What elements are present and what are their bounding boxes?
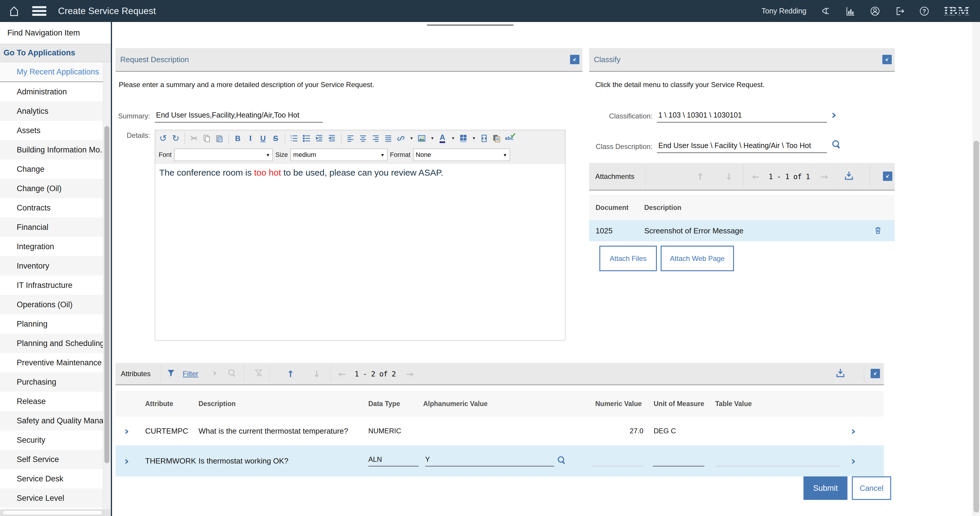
- undo-icon[interactable]: ↺: [159, 133, 167, 144]
- numeric-value-input[interactable]: [592, 455, 644, 467]
- download-icon[interactable]: [843, 170, 855, 183]
- announcements-icon[interactable]: [821, 6, 831, 16]
- move-row-down-icon[interactable]: ↓: [313, 368, 320, 379]
- minimize-attributes-icon[interactable]: [870, 369, 880, 378]
- next-page-icon[interactable]: →: [821, 171, 828, 181]
- underline-icon[interactable]: U: [259, 133, 267, 144]
- align-center-icon[interactable]: [359, 133, 368, 144]
- row-detail-menu-icon[interactable]: ›: [840, 426, 884, 437]
- filter-link[interactable]: Filter: [183, 370, 198, 378]
- sidebar-item-change[interactable]: Change: [0, 159, 103, 179]
- unit-of-measure-input[interactable]: [653, 455, 704, 467]
- attachment-row[interactable]: 1025Screenshot of Error Message: [589, 220, 895, 241]
- spell-check-icon[interactable]: abc: [505, 133, 514, 144]
- attach-files-button[interactable]: Attach Files: [600, 246, 657, 271]
- download-icon[interactable]: [835, 367, 846, 380]
- alphanumeric-search-icon[interactable]: [557, 455, 566, 467]
- format-select[interactable]: None ▼: [413, 149, 510, 161]
- sidebar-item-administration[interactable]: Administration: [0, 82, 103, 102]
- filter-icon[interactable]: [166, 368, 176, 379]
- sidebar-item-building-information-mo[interactable]: Building Information Mo...: [0, 140, 103, 159]
- minimize-classify-icon[interactable]: [882, 55, 892, 64]
- class-description-search-icon[interactable]: [831, 139, 842, 151]
- cancel-button[interactable]: Cancel: [852, 476, 891, 500]
- move-row-up-icon[interactable]: ↑: [287, 368, 294, 379]
- user-name[interactable]: Tony Redding: [762, 7, 807, 15]
- sidebar-item-planning-and-scheduling[interactable]: Planning and Scheduling: [0, 333, 103, 353]
- sidebar-item-integration[interactable]: Integration: [0, 237, 103, 256]
- bullet-list-icon[interactable]: [302, 133, 311, 144]
- sidebar-horizontal-thumb[interactable]: [2, 510, 103, 515]
- attachment-description[interactable]: Screenshot of Error Message: [644, 226, 861, 235]
- move-row-down-icon[interactable]: ↓: [725, 171, 732, 181]
- table-value-input[interactable]: [715, 455, 840, 467]
- sign-out-icon[interactable]: [894, 6, 905, 16]
- align-right-icon[interactable]: [371, 133, 380, 144]
- sidebar-item-security[interactable]: Security: [0, 430, 103, 450]
- previous-page-icon[interactable]: ←: [338, 368, 346, 379]
- class-description-input[interactable]: End User Issue \ Facility \ Heating/Air …: [658, 141, 811, 150]
- sidebar-item-contracts[interactable]: Contracts: [0, 198, 103, 218]
- link-icon[interactable]: [396, 133, 405, 144]
- sidebar-scrollbar[interactable]: [103, 62, 111, 509]
- justify-icon[interactable]: [384, 133, 393, 144]
- text-color-dropdown-icon[interactable]: ▼: [451, 136, 455, 140]
- background-color-icon[interactable]: [459, 133, 468, 144]
- details-editor-content[interactable]: The conference room is too hot to be use…: [155, 164, 565, 340]
- sidebar-item-my-recent-applications[interactable]: My Recent Applications: [0, 62, 103, 82]
- background-color-dropdown-icon[interactable]: ▼: [472, 136, 476, 140]
- next-page-icon[interactable]: →: [406, 368, 414, 379]
- help-icon[interactable]: ?: [919, 6, 929, 16]
- copy-icon[interactable]: [202, 133, 211, 144]
- paste-icon[interactable]: [215, 133, 224, 144]
- redo-icon[interactable]: ↻: [171, 133, 180, 144]
- sidebar-item-assets[interactable]: Assets: [0, 121, 103, 140]
- move-row-up-icon[interactable]: ↑: [697, 171, 704, 181]
- sidebar-item-change-oil[interactable]: Change (Oil): [0, 179, 103, 198]
- profile-icon[interactable]: [870, 6, 880, 16]
- cut-icon[interactable]: ✂: [190, 133, 199, 144]
- previous-page-icon[interactable]: ←: [752, 171, 759, 181]
- menu-icon[interactable]: [32, 5, 46, 17]
- source-icon[interactable]: [480, 133, 488, 144]
- clear-filter-icon[interactable]: [253, 368, 263, 379]
- attribute-row-curtempc[interactable]: ›CURTEMPCWhat is the current thermostat …: [116, 417, 884, 445]
- sidebar-item-it-infrastructure[interactable]: IT Infrastructure: [0, 276, 103, 295]
- link-dropdown-icon[interactable]: ▼: [410, 136, 414, 140]
- reports-icon[interactable]: [845, 6, 856, 16]
- sidebar-item-preventive-maintenance[interactable]: Preventive Maintenance: [0, 353, 103, 372]
- font-select[interactable]: ▼: [174, 149, 273, 161]
- expand-filter-icon[interactable]: ›: [213, 368, 217, 378]
- page-scrollbar[interactable]: [973, 22, 980, 516]
- numbered-list-icon[interactable]: [290, 133, 299, 144]
- align-left-icon[interactable]: [346, 133, 355, 144]
- italic-icon[interactable]: I: [246, 133, 255, 144]
- attribute-row-thermwork[interactable]: ›THERMWORKIs thermostat working OK?ALNY›: [116, 445, 884, 476]
- minimize-request-description-icon[interactable]: [570, 55, 579, 64]
- image-dropdown-icon[interactable]: ▼: [431, 136, 434, 140]
- sidebar-item-purchasing[interactable]: Purchasing: [0, 372, 103, 392]
- expand-row-icon[interactable]: ›: [116, 426, 145, 437]
- outdent-icon[interactable]: [328, 133, 336, 144]
- data-type-input[interactable]: ALN: [368, 455, 419, 467]
- sidebar-item-release[interactable]: Release: [0, 392, 103, 411]
- home-icon[interactable]: [8, 5, 21, 17]
- image-icon[interactable]: [417, 133, 426, 144]
- sidebar-item-service-level[interactable]: Service Level: [0, 489, 103, 508]
- sidebar-scrollbar-thumb[interactable]: [104, 126, 110, 463]
- paste-special-icon[interactable]: [492, 133, 501, 144]
- sidebar-item-planning[interactable]: Planning: [0, 314, 103, 333]
- sidebar-item-analytics[interactable]: Analytics: [0, 102, 103, 121]
- find-navigation-input[interactable]: Find Navigation Item: [0, 22, 111, 44]
- sidebar-item-safety-and-quality-mana[interactable]: Safety and Quality Mana...: [0, 411, 103, 430]
- sidebar-item-operations-oil[interactable]: Operations (Oil): [0, 295, 103, 314]
- bold-icon[interactable]: B: [234, 133, 242, 144]
- sidebar-item-inventory[interactable]: Inventory: [0, 256, 103, 276]
- size-select[interactable]: medium ▼: [291, 149, 387, 161]
- page-scrollbar-thumb[interactable]: [974, 141, 979, 513]
- delete-attachment-icon[interactable]: [873, 225, 882, 236]
- alphanumeric-value-input[interactable]: Y: [425, 455, 554, 467]
- summary-input[interactable]: End User Issues,Facility,Heating/Air,Too…: [156, 111, 299, 119]
- expand-row-icon[interactable]: ›: [116, 455, 145, 467]
- classification-detail-menu-icon[interactable]: ›: [831, 109, 836, 121]
